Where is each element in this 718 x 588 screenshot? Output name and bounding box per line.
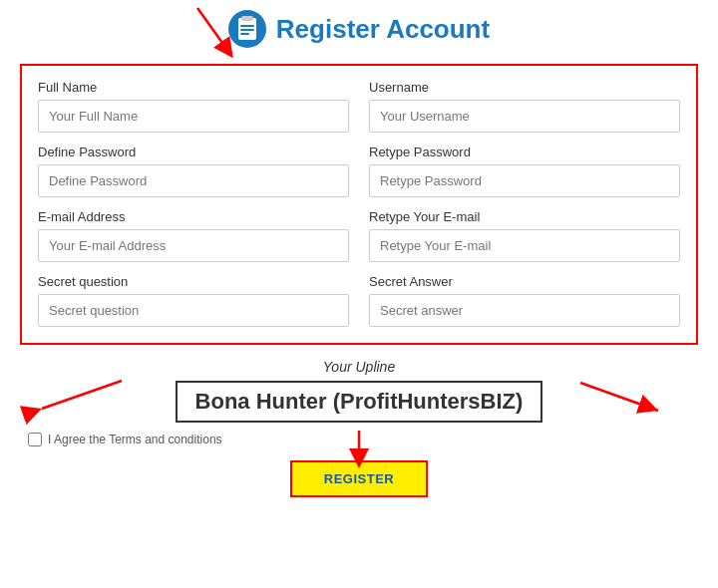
define-password-label: Define Password [38,145,349,159]
register-button-wrapper: REGISTER [20,460,698,497]
secret-question-input[interactable] [38,294,349,327]
registration-form: Full Name Username Define Password Retyp… [20,64,698,345]
secret-question-group: Secret question [38,274,349,327]
retype-password-label: Retype Password [369,145,680,159]
username-label: Username [369,80,680,95]
upline-name: Bona Hunter (ProfitHuntersBIZ) [176,381,543,423]
define-password-input[interactable] [38,164,349,197]
full-name-label: Full Name [38,80,349,95]
full-name-group: Full Name [38,80,349,133]
email-label: E-mail Address [38,209,349,224]
retype-password-group: Retype Password [369,145,680,197]
svg-line-1 [197,8,227,50]
secret-question-label: Secret question [38,274,349,289]
form-row-4: Secret question Secret Answer [38,274,680,327]
upline-section: Your Upline Bona Hunter (ProfitHuntersBI… [20,359,698,423]
arrow-right-upline [570,373,670,423]
form-row-3: E-mail Address Retype Your E-mail [38,209,680,262]
page-title: Register Account [276,14,490,45]
arrow-left-upline [32,371,132,421]
terms-checkbox[interactable] [28,433,42,446]
form-row-2: Define Password Retype Password [38,145,680,197]
full-name-input[interactable] [38,100,349,133]
username-input[interactable] [369,100,680,133]
email-group: E-mail Address [38,209,349,262]
retype-password-input[interactable] [369,164,680,197]
username-group: Username [369,80,680,133]
secret-answer-group: Secret Answer [369,274,680,327]
retype-email-input[interactable] [369,229,680,262]
svg-line-11 [580,383,658,411]
secret-answer-label: Secret Answer [369,274,680,289]
page-header: Register Account [20,10,698,48]
terms-label: I Agree the Terms and conditions [48,433,222,446]
retype-email-group: Retype Your E-mail [369,209,680,262]
email-input[interactable] [38,229,349,262]
define-password-group: Define Password [38,145,349,197]
arrow-register [353,431,365,464]
retype-email-label: Retype Your E-mail [369,209,680,224]
form-row-1: Full Name Username [38,80,680,133]
register-button[interactable]: REGISTER [290,460,428,497]
arrow-header [168,8,247,63]
svg-line-9 [42,381,122,409]
secret-answer-input[interactable] [369,294,680,327]
